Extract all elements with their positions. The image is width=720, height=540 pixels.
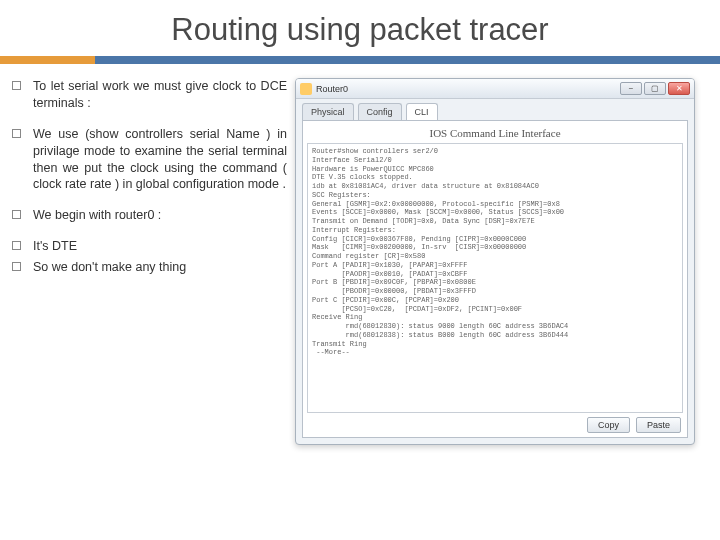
window-title: Router0 — [316, 84, 620, 94]
bullet-icon — [12, 210, 21, 219]
bullet-text: It's DTE — [33, 238, 77, 255]
title-underline — [0, 56, 720, 64]
list-item: So we don't make any thing — [12, 259, 287, 276]
cli-heading: IOS Command Line Interface — [307, 125, 683, 143]
titlebar: Router0 − ▢ ✕ — [296, 79, 694, 99]
maximize-button[interactable]: ▢ — [644, 82, 666, 95]
cli-panel: IOS Command Line Interface Router#show c… — [302, 120, 688, 438]
bullet-icon — [12, 241, 21, 250]
tab-config[interactable]: Config — [358, 103, 402, 120]
router-window: Router0 − ▢ ✕ Physical Config CLI IOS Co… — [295, 78, 695, 445]
bullet-icon — [12, 129, 21, 138]
cli-output[interactable]: Router#show controllers ser2/0 Interface… — [307, 143, 683, 413]
tab-cli[interactable]: CLI — [406, 103, 438, 120]
bullet-text: We begin with router0 : — [33, 207, 161, 224]
list-item: We begin with router0 : — [12, 207, 287, 224]
paste-button[interactable]: Paste — [636, 417, 681, 433]
bullet-list: To let serial work we must give clock to… — [12, 78, 287, 445]
slide-title: Routing using packet tracer — [0, 0, 720, 56]
list-item: To let serial work we must give clock to… — [12, 78, 287, 112]
bullet-icon — [12, 262, 21, 271]
close-button[interactable]: ✕ — [668, 82, 690, 95]
list-item: It's DTE — [12, 238, 287, 255]
bullet-icon — [12, 81, 21, 90]
tab-bar: Physical Config CLI — [296, 99, 694, 120]
copy-button[interactable]: Copy — [587, 417, 630, 433]
app-icon — [300, 83, 312, 95]
bullet-text: To let serial work we must give clock to… — [33, 78, 287, 112]
bullet-text: We use (show controllers serial Name ) i… — [33, 126, 287, 194]
minimize-button[interactable]: − — [620, 82, 642, 95]
tab-physical[interactable]: Physical — [302, 103, 354, 120]
bullet-text: So we don't make any thing — [33, 259, 186, 276]
list-item: We use (show controllers serial Name ) i… — [12, 126, 287, 194]
